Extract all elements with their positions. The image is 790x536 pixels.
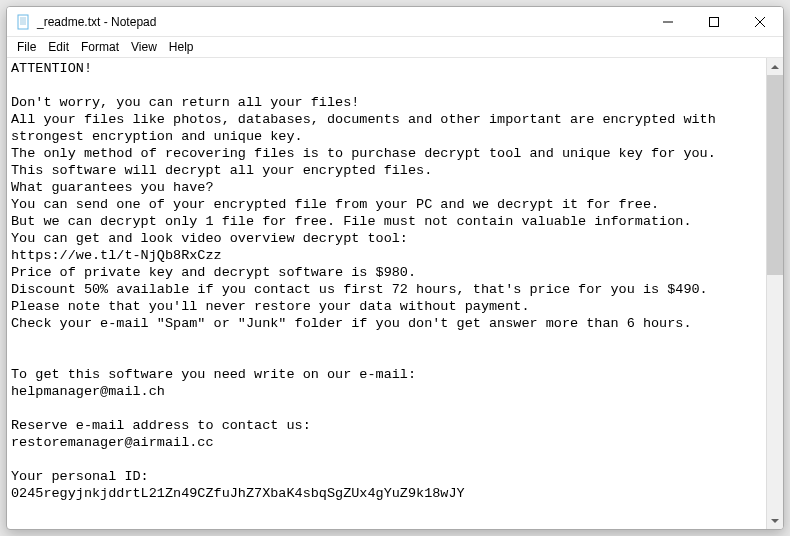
minimize-button[interactable]: [645, 7, 691, 36]
scroll-down-arrow-icon[interactable]: [767, 512, 783, 529]
svg-rect-6: [710, 17, 719, 26]
window-controls: [645, 7, 783, 36]
menu-view[interactable]: View: [125, 38, 163, 56]
maximize-button[interactable]: [691, 7, 737, 36]
menu-help[interactable]: Help: [163, 38, 200, 56]
notepad-icon: [15, 14, 31, 30]
scroll-up-arrow-icon[interactable]: [767, 58, 783, 75]
menu-file[interactable]: File: [11, 38, 42, 56]
close-button[interactable]: [737, 7, 783, 36]
menu-format[interactable]: Format: [75, 38, 125, 56]
text-editor[interactable]: ATTENTION! Don't worry, you can return a…: [7, 58, 766, 529]
content-area: ATTENTION! Don't worry, you can return a…: [7, 57, 783, 529]
menu-edit[interactable]: Edit: [42, 38, 75, 56]
menubar: File Edit Format View Help: [7, 37, 783, 57]
titlebar: _readme.txt - Notepad: [7, 7, 783, 37]
vertical-scrollbar[interactable]: [766, 58, 783, 529]
scroll-thumb[interactable]: [767, 75, 783, 275]
svg-marker-10: [771, 519, 779, 523]
notepad-window: _readme.txt - Notepad File Edit Format V…: [6, 6, 784, 530]
svg-marker-9: [771, 65, 779, 69]
window-title: _readme.txt - Notepad: [37, 15, 645, 29]
